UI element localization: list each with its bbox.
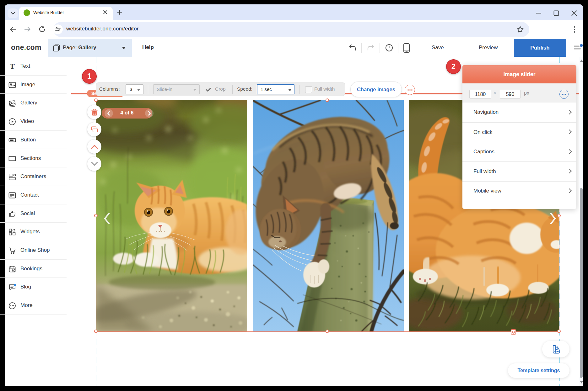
svg-text:T: T: [10, 63, 15, 70]
